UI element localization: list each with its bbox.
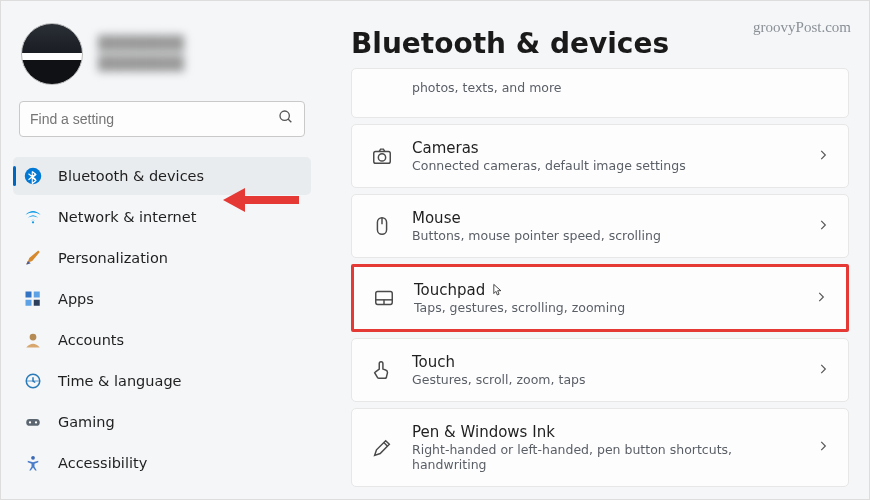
camera-icon	[370, 144, 394, 168]
svg-point-11	[29, 421, 31, 423]
chevron-right-icon	[816, 217, 830, 236]
pen-icon	[370, 436, 394, 460]
person-icon	[23, 330, 43, 350]
settings-window: ████████ ████████ Bluetooth & devices	[1, 1, 869, 499]
svg-rect-7	[34, 300, 40, 306]
card-subtitle: photos, texts, and more	[412, 80, 812, 95]
svg-point-8	[30, 334, 37, 341]
card-touchpad[interactable]: Touchpad Taps, gestures, scrolling, zoom…	[351, 264, 849, 332]
sidebar: ████████ ████████ Bluetooth & devices	[1, 1, 321, 499]
search-input[interactable]	[30, 111, 278, 127]
sidebar-item-label: Gaming	[58, 414, 115, 430]
card-touch[interactable]: Touch Gestures, scroll, zoom, taps	[351, 338, 849, 402]
main-panel: Bluetooth & devices photos, texts, and m…	[321, 1, 869, 499]
avatar	[21, 23, 83, 85]
sidebar-item-bluetooth-devices[interactable]: Bluetooth & devices	[13, 157, 311, 195]
card-cameras[interactable]: Cameras Connected cameras, default image…	[351, 124, 849, 188]
sidebar-item-time-language[interactable]: Time & language	[13, 362, 311, 400]
mouse-icon	[370, 214, 394, 238]
sidebar-item-gaming[interactable]: Gaming	[13, 403, 311, 441]
wifi-icon	[23, 207, 43, 227]
card-title: Cameras	[412, 139, 798, 157]
svg-point-13	[31, 456, 35, 460]
card-subtitle: Taps, gestures, scrolling, zooming	[414, 300, 796, 315]
card-title: Pen & Windows Ink	[412, 423, 798, 441]
svg-point-3	[32, 221, 34, 223]
card-pen-windows-ink[interactable]: Pen & Windows Ink Right-handed or left-h…	[351, 408, 849, 487]
profile-blurred-text: ████████ ████████	[98, 34, 184, 73]
sidebar-item-label: Accessibility	[58, 455, 147, 471]
sidebar-item-accessibility[interactable]: Accessibility	[13, 444, 311, 482]
svg-rect-6	[26, 300, 32, 306]
svg-rect-5	[34, 292, 40, 298]
sidebar-item-network-internet[interactable]: Network & internet	[13, 198, 311, 236]
card-title: Touch	[412, 353, 798, 371]
search-input-wrapper[interactable]	[19, 101, 305, 137]
nav-list: Bluetooth & devices Network & internet P…	[13, 157, 311, 482]
sidebar-item-label: Accounts	[58, 332, 124, 348]
phone-link-icon	[370, 75, 394, 99]
cursor-pointer-icon	[491, 283, 505, 297]
clock-globe-icon	[23, 371, 43, 391]
card-subtitle: Buttons, mouse pointer speed, scrolling	[412, 228, 798, 243]
chevron-right-icon	[814, 289, 828, 308]
chevron-right-icon	[816, 147, 830, 166]
sidebar-item-label: Time & language	[58, 373, 182, 389]
svg-point-0	[280, 111, 289, 120]
sidebar-item-label: Bluetooth & devices	[58, 168, 204, 184]
chevron-right-icon	[816, 361, 830, 380]
card-subtitle: Gestures, scroll, zoom, taps	[412, 372, 798, 387]
card-subtitle: Right-handed or left-handed, pen button …	[412, 442, 798, 472]
apps-icon	[23, 289, 43, 309]
touchpad-icon	[372, 286, 396, 310]
accessibility-icon	[23, 453, 43, 473]
svg-line-21	[384, 442, 388, 446]
search-icon	[278, 109, 294, 129]
card-title: Touchpad	[414, 281, 796, 299]
sidebar-item-personalization[interactable]: Personalization	[13, 239, 311, 277]
touch-icon	[370, 358, 394, 382]
chevron-right-icon	[816, 438, 830, 457]
sidebar-item-accounts[interactable]: Accounts	[13, 321, 311, 359]
card-subtitle: Connected cameras, default image setting…	[412, 158, 798, 173]
svg-line-1	[288, 119, 291, 122]
sidebar-item-apps[interactable]: Apps	[13, 280, 311, 318]
svg-point-15	[378, 154, 385, 161]
bluetooth-icon	[23, 166, 43, 186]
profile-section[interactable]: ████████ ████████	[13, 19, 311, 101]
paintbrush-icon	[23, 248, 43, 268]
svg-point-12	[35, 421, 37, 423]
sidebar-item-label: Personalization	[58, 250, 168, 266]
card-title: Mouse	[412, 209, 798, 227]
watermark: groovyPost.com	[753, 19, 851, 36]
sidebar-item-label: Apps	[58, 291, 94, 307]
card-mouse[interactable]: Mouse Buttons, mouse pointer speed, scro…	[351, 194, 849, 258]
svg-rect-10	[26, 419, 40, 426]
svg-rect-4	[26, 292, 32, 298]
sidebar-item-label: Network & internet	[58, 209, 196, 225]
card-partial-top[interactable]: photos, texts, and more	[351, 68, 849, 118]
gaming-icon	[23, 412, 43, 432]
